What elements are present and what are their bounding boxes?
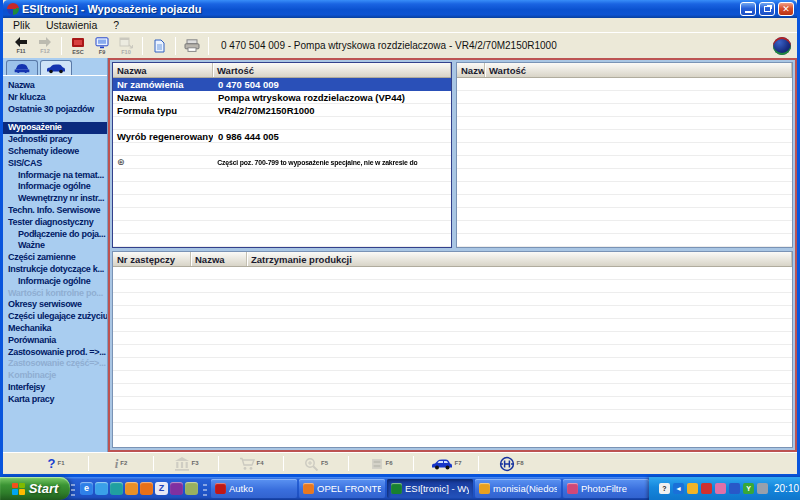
vehicle-front-tab[interactable] bbox=[6, 60, 38, 75]
zoom-button[interactable]: F5 bbox=[293, 454, 339, 473]
usb-device-icon[interactable] bbox=[729, 483, 740, 494]
restore-button[interactable] bbox=[759, 2, 775, 16]
input-indicator-icon[interactable]: ? bbox=[659, 483, 670, 494]
start-button[interactable]: Start bbox=[0, 477, 70, 500]
table-row[interactable] bbox=[113, 117, 451, 130]
sidebar-item[interactable]: Podłączenie do poja... bbox=[3, 229, 107, 241]
sidebar-item[interactable]: Informacje ogólne bbox=[3, 181, 107, 193]
column-header-nazwa[interactable]: Nazwa bbox=[457, 63, 485, 77]
sidebar-item[interactable]: Wewnętrzny nr instr... bbox=[3, 193, 107, 205]
table-row[interactable]: Nr zamówienia0 470 504 009 bbox=[113, 78, 451, 91]
table-row[interactable]: ⊛Części poz. 700-799 to wyposażenie spec… bbox=[113, 156, 451, 169]
taskbar-task[interactable]: monisia(Niedostęp... bbox=[475, 479, 561, 498]
messenger-icon[interactable] bbox=[95, 482, 108, 495]
forward-button[interactable]: F12 bbox=[33, 34, 57, 57]
sidebar-item[interactable]: SIS/CAS bbox=[3, 158, 107, 170]
printer-icon bbox=[184, 39, 200, 52]
column-header-nazwa[interactable]: Nazwa bbox=[113, 63, 213, 77]
sidebar-item[interactable]: Interfejsy bbox=[3, 382, 107, 394]
table-row[interactable]: NazwaPompa wtryskowa rozdzielaczowa (VP4… bbox=[113, 91, 451, 104]
table-row[interactable]: Formuła typuVR4/2/70M2150R1000 bbox=[113, 104, 451, 117]
sidebar-item[interactable]: Części zamienne bbox=[3, 252, 107, 264]
taskbar-task[interactable]: PhotoFiltre bbox=[563, 479, 649, 498]
column-header-nazwa[interactable]: Nazwa bbox=[191, 252, 247, 266]
media-back-icon[interactable]: ◄ bbox=[673, 483, 684, 494]
sidebar-item[interactable]: Ważne bbox=[3, 240, 107, 252]
sidebar-item[interactable]: Nr klucza bbox=[3, 92, 107, 104]
sidebar-item[interactable]: Zastosowanie część=>... bbox=[3, 358, 107, 370]
dealer-button[interactable]: F3 bbox=[163, 454, 209, 473]
sidebar-item[interactable]: Karta pracy bbox=[3, 394, 107, 406]
toolbar-separator bbox=[175, 37, 176, 55]
table-row[interactable]: Wyrób regenerowany0 986 444 005 bbox=[113, 130, 451, 143]
print-button[interactable] bbox=[180, 34, 204, 57]
sidebar-item[interactable]: Techn. Info. Serwisowe bbox=[3, 205, 107, 217]
sidebar-item[interactable]: Jednostki pracy bbox=[3, 134, 107, 146]
sidebar-item[interactable]: Zastosowanie prod. =>... bbox=[3, 347, 107, 359]
column-header-nr-zastepczy[interactable]: Nr zastępczy bbox=[113, 252, 191, 266]
bosch-button[interactable]: F8 bbox=[488, 454, 534, 473]
vehicle-screen-button[interactable]: F9 bbox=[90, 34, 114, 57]
side-table-empty-rows bbox=[457, 78, 792, 247]
close-button[interactable]: ✕ bbox=[778, 2, 794, 16]
taskbar-task[interactable]: OPEL FRONTERA ... bbox=[299, 479, 385, 498]
taskbar-handle[interactable] bbox=[71, 481, 75, 496]
sidebar-item[interactable]: Informacje ogólne bbox=[3, 276, 107, 288]
gadu-gadu-icon[interactable] bbox=[687, 483, 698, 494]
taskbar-handle[interactable] bbox=[203, 481, 207, 496]
table-row[interactable] bbox=[113, 143, 451, 156]
help-button[interactable]: ? F1 bbox=[33, 454, 79, 473]
column-header-wartosc[interactable]: Wartość bbox=[213, 63, 451, 77]
building-icon bbox=[174, 457, 190, 471]
sidebar-item[interactable]: Wartości kontrolne po... bbox=[3, 288, 107, 300]
column-header-wartosc[interactable]: Wartość bbox=[485, 63, 792, 77]
internet-explorer-icon[interactable]: e bbox=[80, 482, 93, 495]
archive-button[interactable]: F6 bbox=[358, 454, 404, 473]
word-z-icon[interactable]: Z bbox=[155, 482, 168, 495]
detach-window-button[interactable]: F10 bbox=[114, 34, 138, 57]
sidebar-nav: NazwaNr kluczaOstatnie 30 pojazdówWyposa… bbox=[3, 75, 107, 452]
bosch-globe-icon bbox=[773, 37, 791, 55]
taskbar-task[interactable]: ESI[tronic] - Wyp... bbox=[387, 479, 473, 498]
sidebar-item[interactable]: Informacje na temat... bbox=[3, 170, 107, 182]
sidebar-item[interactable]: Wyposażenie bbox=[3, 122, 107, 134]
image-viewer-icon[interactable] bbox=[125, 482, 138, 495]
taskbar-task[interactable]: Autko bbox=[211, 479, 297, 498]
minimize-button[interactable] bbox=[740, 2, 756, 16]
sidebar-item[interactable]: Mechanika bbox=[3, 323, 107, 335]
firefox-icon[interactable] bbox=[140, 482, 153, 495]
menu-plik[interactable]: Plik bbox=[5, 19, 38, 31]
sidebar-item[interactable]: Ostatnie 30 pojazdów bbox=[3, 104, 107, 116]
pink-app-icon[interactable] bbox=[715, 483, 726, 494]
display-settings-icon[interactable] bbox=[757, 483, 768, 494]
column-header-zatrzymanie[interactable]: Zatrzymanie produkcji bbox=[247, 252, 792, 266]
cell-value: Części poz. 700-799 to wyposażenie specj… bbox=[213, 158, 418, 167]
media-player-icon[interactable] bbox=[170, 482, 183, 495]
clock[interactable]: 20:10 bbox=[774, 483, 799, 494]
sidebar-item[interactable]: Tester diagnostyczny bbox=[3, 217, 107, 229]
menu-ustawienia[interactable]: Ustawienia bbox=[38, 19, 105, 31]
shopping-cart-button[interactable]: F4 bbox=[228, 454, 274, 473]
cell-value: Pompa wtryskowa rozdzielaczowa (VP44) bbox=[213, 92, 451, 103]
menu-help[interactable]: ? bbox=[105, 19, 127, 31]
antivirus-icon[interactable] bbox=[701, 483, 712, 494]
sidebar-item[interactable]: Porównania bbox=[3, 335, 107, 347]
sidebar-item[interactable]: Okresy serwisowe bbox=[3, 299, 107, 311]
sidebar-item[interactable]: Części ulegające zużyciu bbox=[3, 311, 107, 323]
quick-launch: eZ bbox=[76, 477, 202, 500]
copy-document-button[interactable] bbox=[147, 34, 171, 57]
network-green-icon[interactable]: Y bbox=[743, 483, 754, 494]
photo-editor-icon[interactable] bbox=[185, 482, 198, 495]
sidebar-item[interactable]: Schematy ideowe bbox=[3, 146, 107, 158]
sidebar-item[interactable]: Nazwa bbox=[3, 80, 107, 92]
detail-table: Nazwa Wartość Nr zamówienia0 470 504 009… bbox=[112, 62, 452, 248]
toolbar-separator bbox=[208, 37, 209, 55]
sidebar-item[interactable]: Kombinacje bbox=[3, 370, 107, 382]
back-button[interactable]: F11 bbox=[9, 34, 33, 57]
vehicle-side-tab[interactable] bbox=[40, 60, 72, 75]
vehicle-button[interactable]: F7 bbox=[423, 454, 469, 473]
info-button[interactable]: i F2 bbox=[98, 454, 144, 473]
nero-icon[interactable] bbox=[110, 482, 123, 495]
sidebar-item[interactable]: Instrukcje dotyczące k... bbox=[3, 264, 107, 276]
escape-button[interactable]: ESC bbox=[66, 34, 90, 57]
